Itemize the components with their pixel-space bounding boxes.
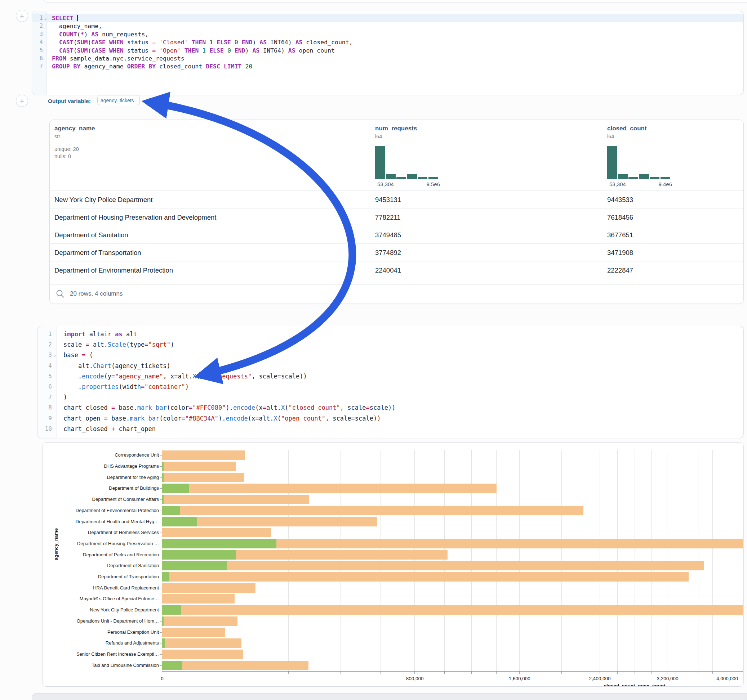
line-number: 5 <box>32 47 43 54</box>
gridline <box>667 450 667 671</box>
add-cell-button-top[interactable]: + <box>16 10 28 22</box>
x-axis-tick-label: 3,200,000 <box>656 676 678 681</box>
y-axis-tick <box>160 588 162 588</box>
bar-closed-count <box>162 617 237 626</box>
table-footer: 20 rows, 4 columns <box>50 284 743 303</box>
y-axis-tick <box>160 455 162 456</box>
code-line: ) <box>64 394 743 401</box>
sql-editor[interactable]: 1⌄SELECT 2 agency_name,3 COUNT(*) AS num… <box>32 11 743 95</box>
table-cell: 2222847 <box>607 267 633 275</box>
line-number: 3 <box>32 31 43 38</box>
bar-closed-count <box>162 638 242 648</box>
table-row[interactable]: Department of Environmental Protection22… <box>50 261 743 279</box>
code-line: chart_closed + chart_open <box>64 425 743 433</box>
y-axis-label: Department of Buildings <box>47 486 159 491</box>
gridline <box>471 450 472 671</box>
bar-open-count <box>162 473 163 482</box>
y-axis-tick <box>160 632 162 633</box>
x-axis-tick <box>617 671 618 674</box>
column-name: agency_name <box>54 125 95 132</box>
column-header-agency_name[interactable]: agency_name strunique: 20nulls: 0 <box>54 125 95 160</box>
collapse-chevron-icon[interactable]: ⌄ <box>44 15 47 21</box>
column-stats: unique: 20nulls: 0 <box>54 146 95 160</box>
bar-closed-count <box>162 628 225 637</box>
bar-closed-count <box>162 561 704 570</box>
collapse-chevron-icon[interactable]: ⌄ <box>53 352 56 357</box>
column-header-closed_count[interactable]: closed_count i64 <box>607 125 647 139</box>
y-axis-tick <box>160 477 162 478</box>
table-row[interactable]: Department of Transportation377489234719… <box>50 243 743 261</box>
x-axis-tick <box>741 671 741 674</box>
line-number: 3 <box>38 352 52 358</box>
x-axis-tick <box>635 671 635 674</box>
python-editor[interactable]: 1import altair as alt2scale = alt.Scale(… <box>38 326 743 438</box>
table-cell: Department of Environmental Protection <box>54 267 173 275</box>
bar-open-count <box>162 550 236 560</box>
code-line: scale = alt.Scale(type="sqrt") <box>64 341 743 348</box>
x-axis-tick <box>519 671 520 674</box>
x-axis-tick <box>561 671 562 674</box>
line-number: 8 <box>38 404 52 411</box>
sql-cell[interactable]: 1⌄SELECT 2 agency_name,3 COUNT(*) AS num… <box>32 11 744 95</box>
histogram-max-label: 9.5e6 <box>411 181 440 187</box>
bar-closed-count <box>162 484 496 493</box>
bar-closed-count <box>162 572 689 582</box>
gridline <box>561 450 562 671</box>
line-number: 4 <box>38 362 52 369</box>
gridline <box>414 450 415 671</box>
x-axis-tick <box>698 671 699 674</box>
bar-open-count <box>162 539 277 548</box>
y-axis-label: Department of Consumer Affairs <box>47 496 159 502</box>
table-cell: 3471908 <box>607 249 633 257</box>
gridline <box>635 450 635 671</box>
x-axis-tick <box>541 671 541 674</box>
table-row[interactable]: Department of Sanitation37494853677651 <box>50 226 743 244</box>
bar-closed-count <box>162 451 245 460</box>
gridline <box>288 450 289 671</box>
histogram-bar <box>650 177 659 180</box>
chart-plot-area <box>162 450 743 671</box>
line-number: 7 <box>32 63 43 69</box>
y-axis-label: Department of Sanitation <box>47 563 159 568</box>
gridline <box>519 450 520 671</box>
python-cell[interactable]: 1import altair as alt2scale = alt.Scale(… <box>37 326 744 438</box>
y-axis-tick <box>160 610 162 610</box>
x-axis-tick <box>712 671 713 674</box>
gridline <box>712 450 713 671</box>
bar-open-count <box>162 605 181 615</box>
search-icon[interactable] <box>56 289 65 299</box>
line-number: 9 <box>38 415 52 422</box>
table-row[interactable]: Department of Housing Preservation and D… <box>50 208 743 226</box>
output-variable-pill[interactable]: agency_tickets <box>97 95 140 105</box>
histogram-bar <box>628 177 638 180</box>
table-cell: New York City Police Department <box>54 196 153 204</box>
bar-closed-count <box>162 605 743 615</box>
y-axis-tick <box>160 665 162 666</box>
bar-open-count <box>162 638 165 648</box>
x-axis-tick <box>288 671 289 674</box>
bar-open-count <box>162 484 189 493</box>
table-cell: Department of Sanitation <box>54 231 128 239</box>
table-row[interactable]: New York City Police Department945313194… <box>50 190 743 208</box>
histogram-min-label: 53,304 <box>609 181 626 187</box>
column-name: num_requests <box>375 125 417 132</box>
y-axis-tick <box>160 555 162 555</box>
x-axis-tick <box>600 671 600 674</box>
bar-closed-count <box>162 528 271 537</box>
column-header-num_requests[interactable]: num_requests i64 <box>375 125 417 139</box>
code-line: SELECT <box>52 15 743 22</box>
gridline <box>727 450 727 671</box>
gridline <box>698 450 699 671</box>
y-axis-tick <box>160 654 162 655</box>
y-axis-label: Senior Citizen Rent Increase Exempti… <box>47 652 159 657</box>
y-axis-label: Department of Parks and Recreation <box>47 552 159 557</box>
x-axis-tick-label: 4,000,000 <box>716 676 738 681</box>
code-line: FROM sample_data.nyc.service_requests <box>52 55 743 62</box>
add-cell-button-below-sql[interactable]: + <box>16 95 28 107</box>
altair-chart-output: agency_name closed_count, open_count Cor… <box>42 442 744 687</box>
histogram-max-label: 9.4e6 <box>643 181 672 187</box>
x-axis-tick <box>414 671 415 674</box>
column-histogram <box>375 146 440 180</box>
bar-closed-count <box>162 583 256 593</box>
code-line: .properties(width="container") <box>64 383 743 390</box>
